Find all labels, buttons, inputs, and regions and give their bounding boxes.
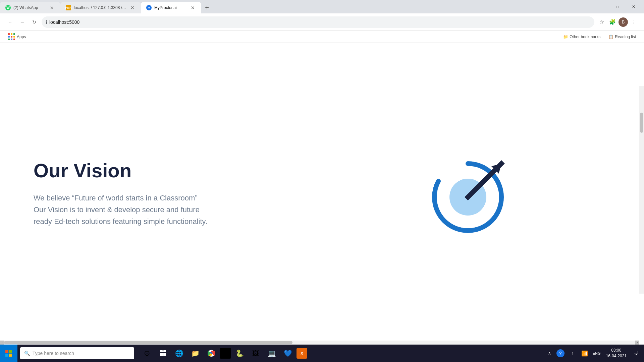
tray-chevron-icon[interactable]: ∧ (546, 346, 554, 361)
taskbar-app-chrome2[interactable] (204, 346, 219, 361)
whatsapp-favicon: W (5, 5, 11, 10)
h-scroll-right-button[interactable]: › (635, 341, 639, 345)
localhost-favicon: PMA (66, 5, 71, 10)
toolbar-icons: ☆ 🧩 B ⋮ (597, 17, 639, 27)
taskbar-app-chrome[interactable]: 🌐 (172, 346, 186, 361)
horizontal-scrollbar[interactable]: ‹ › (0, 341, 639, 345)
taskbar-app-python[interactable]: 🐍 (232, 346, 247, 361)
task-view-icon (160, 350, 166, 357)
taskbar-apps: ⊙ 🌐 📁 (140, 346, 307, 361)
page-title: Our Vision (34, 160, 312, 181)
content-right (332, 143, 610, 244)
tab-whatsapp-title: (2) WhatsApp (13, 5, 46, 10)
extensions-icon[interactable]: 🧩 (608, 17, 617, 27)
taskbar-clock[interactable]: 03:00 16-04-2021 (603, 348, 629, 359)
url-bar[interactable]: ℹ localhost:5000 (42, 16, 594, 28)
taskbar-search[interactable]: 🔍 Type here to search (20, 347, 134, 359)
svg-rect-6 (160, 353, 163, 356)
browser-frame: W (2) WhatsApp ✕ PMA localhost / 127.0.0… (0, 0, 644, 362)
taskbar-app-xampp[interactable]: X (297, 348, 307, 359)
tray-wifi-icon[interactable]: 📶 (579, 346, 590, 361)
tab-localhost-close[interactable]: ✕ (129, 5, 136, 11)
lock-icon: ℹ (46, 19, 47, 25)
taskbar-app-photos[interactable]: 🖼 (248, 346, 263, 361)
h-scroll-thumb[interactable] (4, 341, 292, 344)
vertical-scrollbar-track[interactable] (639, 86, 644, 294)
other-bookmarks[interactable]: 📁 Other bookmarks (560, 33, 603, 41)
tab-whatsapp[interactable]: W (2) WhatsApp ✕ (0, 2, 60, 13)
svg-rect-5 (163, 350, 166, 352)
bookmark-star-icon[interactable]: ☆ (597, 17, 606, 27)
tray-help-icon[interactable]: ? (556, 349, 565, 357)
tabs-area: W (2) WhatsApp ✕ PMA localhost / 127.0.0… (0, 0, 594, 13)
bookmarks-bar: Apps 📁 Other bookmarks 📋 Reading list (0, 31, 644, 43)
url-text: localhost:5000 (49, 19, 79, 25)
vision-body-text: We believe “Future of world starts in a … (34, 192, 208, 228)
apps-bookmark[interactable]: Apps (5, 32, 29, 42)
reading-list-icon: 📋 (608, 35, 613, 39)
new-tab-button[interactable]: + (201, 2, 213, 13)
taskbar: 🔍 Type here to search ⊙ 🌐 📁 (0, 345, 644, 362)
tray-language-icon[interactable]: ENG (591, 346, 602, 361)
tab-myproctor-close[interactable]: ✕ (190, 5, 196, 11)
bookmarks-right: 📁 Other bookmarks 📋 Reading list (560, 33, 639, 41)
taskbar-app-explorer[interactable]: 📁 (188, 346, 203, 361)
svg-rect-4 (160, 350, 163, 352)
title-bar: W (2) WhatsApp ✕ PMA localhost / 127.0.0… (0, 0, 644, 13)
tab-whatsapp-close[interactable]: ✕ (49, 5, 55, 11)
apps-label: Apps (17, 35, 26, 39)
search-placeholder-text: Type here to search (33, 351, 74, 356)
chrome-icon (208, 350, 215, 357)
tab-myproctor[interactable]: M MyProctor.ai ✕ (141, 2, 201, 13)
notification-button[interactable]: 🗨 (631, 346, 641, 361)
page-content: Our Vision We believe “Future of world s… (0, 43, 644, 345)
svg-rect-7 (163, 353, 166, 356)
vision-icon (421, 143, 522, 244)
maximize-button[interactable]: □ (610, 1, 625, 12)
taskbar-time: 03:00 (611, 348, 621, 353)
window-controls: ─ □ ✕ (594, 0, 644, 13)
taskbar-tray: ∧ ? ↑ 📶 ENG 03:00 16-04-2021 🗨 (546, 346, 644, 361)
h-scroll-left-button[interactable]: ‹ (0, 341, 4, 345)
content-left: Our Vision We believe “Future of world s… (34, 160, 332, 227)
minimize-button[interactable]: ─ (594, 1, 609, 12)
vision-svg (424, 147, 518, 241)
address-bar: ← → ↻ ℹ localhost:5000 ☆ 🧩 B ⋮ (0, 13, 644, 31)
profile-avatar[interactable]: B (619, 17, 628, 27)
close-button[interactable]: ✕ (626, 1, 641, 12)
taskbar-app-db[interactable]: 💻 (264, 346, 279, 361)
vertical-scrollbar-thumb[interactable] (640, 113, 643, 133)
taskbar-app-vscode[interactable]: 💙 (280, 346, 295, 361)
tab-myproctor-title: MyProctor.ai (154, 5, 187, 10)
forward-button[interactable]: → (17, 17, 27, 27)
taskbar-app-black[interactable] (220, 348, 231, 359)
taskbar-app-taskview[interactable] (156, 346, 170, 361)
back-button[interactable]: ← (5, 17, 15, 27)
myproctor-favicon: M (146, 5, 152, 10)
refresh-button[interactable]: ↻ (30, 17, 39, 27)
taskbar-date: 16-04-2021 (606, 353, 627, 359)
tab-localhost-title: localhost / 127.0.0.1:3308 / quiza (74, 5, 127, 10)
tray-arrow-icon[interactable]: ↑ (567, 346, 578, 361)
tab-localhost[interactable]: PMA localhost / 127.0.0.1:3308 / quiza ✕ (60, 2, 141, 13)
taskbar-app-cortana[interactable]: ⊙ (140, 346, 154, 361)
apps-grid-icon (8, 33, 15, 41)
menu-icon[interactable]: ⋮ (629, 17, 639, 27)
start-button[interactable] (0, 345, 17, 362)
reading-list[interactable]: 📋 Reading list (606, 33, 639, 41)
search-icon: 🔍 (24, 351, 30, 356)
h-scroll-track (4, 341, 635, 345)
folder-icon: 📁 (563, 35, 568, 39)
windows-logo (5, 350, 12, 357)
